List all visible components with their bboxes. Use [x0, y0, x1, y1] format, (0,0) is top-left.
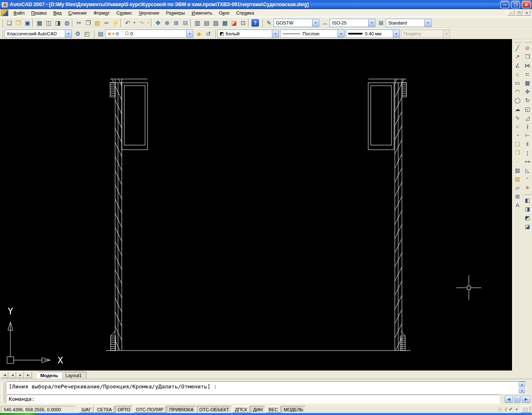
toolbar-grip[interactable] — [524, 193, 531, 195]
zoom-previous-icon[interactable]: ⊟ — [181, 18, 190, 27]
tab-last-button[interactable]: ▶| — [25, 371, 32, 378]
menu-modify[interactable]: Изменить — [188, 10, 216, 16]
layer-previous-icon[interactable]: ↺ — [204, 29, 213, 38]
snap-toggle[interactable]: ШАГ — [79, 406, 94, 413]
ellipse-arc-icon[interactable]: ◔ — [513, 131, 522, 140]
drawing-area[interactable]: Y X — [0, 39, 512, 371]
restore-button[interactable]: ❐ — [511, 1, 520, 8]
coordinates-readout[interactable]: 545.4396, 658.2555, 0.0000 — [1, 406, 76, 413]
chevron-down-icon[interactable]: ▾ — [312, 19, 319, 27]
start-button-fragment[interactable] — [0, 413, 37, 415]
osnap-toggle[interactable]: ПРИВЯЗКА — [167, 406, 196, 413]
menu-format[interactable]: Формат — [90, 10, 113, 16]
chevron-down-icon[interactable]: ▾ — [272, 30, 278, 37]
scroll-right-icon[interactable]: ▶ — [522, 395, 530, 403]
send-to-back-icon[interactable]: ◨ — [523, 205, 532, 213]
properties-icon[interactable]: ▥ — [193, 18, 202, 27]
insert-block-icon[interactable]: ❑ — [513, 140, 522, 148]
construction-line-icon[interactable]: ↗ — [513, 52, 522, 61]
clean-screen-button[interactable]: ▢ — [520, 406, 530, 413]
workspace-combo[interactable]: Классический AutoCAD ▾ — [5, 30, 72, 38]
scroll-left-icon[interactable]: ◀ — [505, 395, 513, 403]
tray-dropdown-icon[interactable]: ▾ — [516, 408, 517, 411]
ducs-toggle[interactable]: ДПСК — [232, 406, 250, 413]
stretch-icon[interactable]: ◿ — [523, 114, 532, 122]
publish-icon[interactable]: ◨ — [53, 18, 62, 27]
new-icon[interactable]: ❏ — [5, 18, 14, 27]
menu-tools[interactable]: Сервис — [113, 10, 135, 16]
minimize-button[interactable]: — — [500, 1, 509, 8]
toolbar-grip[interactable] — [261, 19, 263, 27]
make-block-icon[interactable]: ❒ — [513, 148, 522, 157]
tab-layout1[interactable]: Layout1 — [61, 372, 86, 379]
chamfer-icon[interactable]: ◺ — [523, 166, 532, 175]
extend-icon[interactable]: ⊢ — [523, 131, 532, 140]
bring-above-objects-icon[interactable]: ◩ — [523, 213, 532, 222]
point-icon[interactable]: · — [513, 157, 522, 166]
copy-icon[interactable]: ❒ — [84, 18, 93, 27]
tool-palettes-icon[interactable]: ▧ — [211, 18, 220, 27]
plot-preview-icon[interactable]: ◫ — [44, 18, 53, 27]
toolbar-grip[interactable] — [514, 41, 521, 42]
fillet-icon[interactable]: ◜ — [523, 175, 532, 183]
command-window-grip[interactable] — [1, 383, 4, 402]
chevron-down-icon[interactable]: ▾ — [186, 30, 193, 37]
undo-icon[interactable]: ↶ — [123, 18, 132, 27]
trim-icon[interactable]: ∤ — [523, 122, 532, 131]
menu-draw[interactable]: Черчение — [135, 10, 163, 16]
help-icon[interactable]: ? — [251, 19, 259, 27]
hatch-icon[interactable]: ▨ — [513, 166, 522, 175]
open-icon[interactable]: ❐ — [14, 18, 23, 27]
markup-set-manager-icon[interactable]: ◪ — [229, 18, 239, 27]
toolbar-grip[interactable] — [214, 30, 216, 38]
sheet-set-manager-icon[interactable]: ▩ — [220, 18, 229, 27]
dim-style-icon[interactable]: ↔ — [320, 18, 330, 27]
zoom-window-icon[interactable]: ⊞ — [172, 18, 181, 27]
command-history[interactable]: [Линия выбора/пеРечеркивание/Проекция/Кр… — [6, 381, 526, 394]
workspace-settings-icon[interactable]: ⚙ — [73, 29, 82, 38]
circle-icon[interactable]: ◯ — [513, 96, 522, 105]
tab-first-button[interactable]: |◀ — [1, 371, 8, 378]
command-input[interactable]: Команда: — [6, 395, 500, 404]
ellipse-icon[interactable]: ○ — [513, 122, 522, 131]
menu-window[interactable]: Окно — [216, 10, 233, 16]
polyline-icon[interactable]: ∠ — [513, 61, 522, 70]
designcenter-icon[interactable]: ▤ — [202, 18, 211, 27]
chevron-down-icon[interactable]: ▾ — [424, 19, 431, 27]
bring-to-front-icon[interactable]: ◧ — [523, 196, 532, 205]
color-combo[interactable]: Белый ▾ — [217, 30, 279, 38]
send-under-objects-icon[interactable]: ◪ — [523, 222, 532, 231]
region-icon[interactable]: ▱ — [513, 183, 522, 192]
dim-style-combo[interactable]: ISO-25 ▾ — [330, 19, 375, 27]
multiline-text-icon[interactable]: A — [513, 201, 522, 210]
tab-prev-button[interactable]: ◀ — [9, 371, 16, 378]
match-properties-icon[interactable]: ✑ — [102, 18, 111, 27]
lwt-toggle[interactable]: ВЕС — [266, 406, 281, 413]
quickcalc-icon[interactable]: ⊡ — [239, 18, 248, 27]
paste-icon[interactable]: ▨ — [93, 18, 102, 27]
redo-dropdown-icon[interactable]: ▾ — [146, 18, 150, 27]
mirror-icon[interactable]: ⋈ — [523, 61, 532, 70]
join-icon[interactable]: ⊶ — [523, 157, 532, 166]
gradient-icon[interactable]: ▧ — [513, 175, 522, 183]
rotate-icon[interactable]: ↻ — [523, 96, 532, 105]
chevron-down-icon[interactable]: ▾ — [368, 19, 375, 27]
rectangle-icon[interactable]: ▭ — [513, 79, 522, 87]
chevron-down-icon[interactable]: ▾ — [337, 30, 344, 37]
pan-icon[interactable]: ✥ — [153, 18, 163, 27]
communication-center-icon[interactable]: ⚠ — [498, 406, 502, 412]
mdi-restore-button[interactable]: ❐ — [515, 10, 522, 16]
array-icon[interactable]: ▦ — [523, 79, 532, 87]
scroll-down-icon[interactable]: ▼ — [519, 388, 525, 393]
3d-dwf-icon[interactable]: ◍ — [62, 18, 71, 27]
dyn-toggle[interactable]: ДИН — [251, 406, 265, 413]
lineweight-combo[interactable]: 0.40 мм ▾ — [346, 30, 400, 38]
menu-view[interactable]: Вид — [50, 10, 65, 16]
toolbar-unlock-icon[interactable]: ⚷ — [504, 406, 507, 412]
chevron-down-icon[interactable]: ▾ — [393, 30, 399, 37]
tab-next-button[interactable]: ▶ — [17, 371, 24, 378]
line-icon[interactable]: ╱ — [513, 44, 522, 52]
break-at-point-icon[interactable]: ¦ — [523, 148, 532, 157]
table-style-combo[interactable]: Standard ▾ — [386, 19, 431, 27]
tab-model[interactable]: Модель — [36, 372, 63, 379]
